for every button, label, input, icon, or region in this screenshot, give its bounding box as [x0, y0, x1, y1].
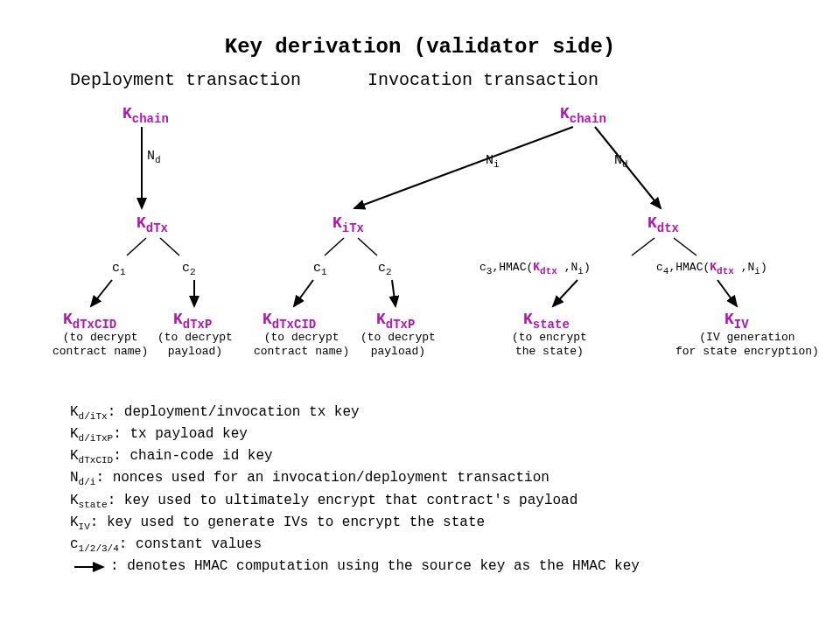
desc-kdtxp-right: (to decryptpayload) — [360, 331, 436, 360]
edge-label-Nd-right: Nd — [614, 153, 628, 170]
svg-line-8 — [358, 238, 377, 256]
desc-kdtxp-left: (to decryptpayload) — [158, 331, 233, 360]
subtitle-invocation: Invocation transaction — [368, 70, 598, 90]
node-kdtxcid-right: KdTxCID — [262, 311, 316, 332]
legend-kdtxcid: KdTxCID: chain-code id key — [70, 446, 640, 468]
desc-kiv: (IV generationfor state encryption) — [676, 331, 819, 360]
edge-label-c3-hmac: c3,HMAC(Kdtx ,Ni) — [480, 261, 591, 276]
legend-ndi: Nd/i: nonces used for an invocation/depl… — [70, 468, 640, 490]
legend-arrow-desc: : denotes HMAC computation using the sou… — [70, 556, 640, 577]
legend-kstate: Kstate: key used to ultimately encrypt t… — [70, 491, 640, 513]
legend-kditx: Kd/iTx: deployment/invocation tx key — [70, 402, 640, 424]
svg-line-2 — [160, 238, 179, 256]
svg-line-9 — [294, 280, 313, 306]
desc-kstate: (to encryptthe state) — [512, 331, 587, 360]
svg-line-13 — [553, 280, 578, 306]
node-kdtx-right: Kdtx — [648, 214, 679, 235]
edge-label-c2-right: c2 — [378, 261, 392, 277]
node-kdtxp-right: KdTxP — [376, 311, 415, 332]
edge-label-Nd-left: Nd — [147, 149, 161, 165]
legend-c1234: c1/2/3/4: constant values — [70, 535, 640, 556]
desc-kdtxcid-left: (to decryptcontract name) — [52, 331, 148, 360]
legend-kditxp: Kd/iTxP: tx payload key — [70, 424, 640, 446]
svg-line-11 — [632, 238, 654, 256]
edge-label-c2-left: c2 — [182, 261, 196, 277]
svg-line-3 — [91, 280, 112, 306]
edge-label-c1-right: c1 — [313, 261, 327, 277]
svg-line-5 — [354, 127, 573, 208]
edge-label-c4-hmac: c4,HMAC(Kdtx ,Ni) — [656, 261, 767, 276]
node-kchain-right: Kchain — [560, 105, 606, 126]
svg-line-12 — [674, 238, 696, 256]
node-kdtxp-left: KdTxP — [173, 311, 212, 332]
legend: Kd/iTx: deployment/invocation tx key Kd/… — [70, 402, 640, 577]
legend-kiv: KIV: key used to generate IVs to encrypt… — [70, 513, 640, 535]
node-kchain-left: Kchain — [122, 105, 169, 126]
desc-kdtxcid-right: (to decryptcontract name) — [254, 331, 349, 360]
svg-line-7 — [325, 238, 344, 256]
node-kdtx-left: KdTx — [136, 214, 168, 235]
edge-label-c1-left: c1 — [112, 261, 126, 277]
subtitle-deployment: Deployment transaction — [70, 70, 301, 90]
node-kstate: Kstate — [523, 311, 570, 332]
node-kitx: KiTx — [332, 214, 364, 235]
svg-line-10 — [392, 280, 396, 306]
svg-line-1 — [127, 238, 146, 256]
node-kiv: KIV — [724, 311, 749, 332]
svg-line-14 — [718, 280, 737, 306]
edge-label-Ni: Ni — [486, 153, 500, 170]
page-title: Key derivation (validator side) — [0, 35, 840, 59]
node-kdtxcid-left: KdTxCID — [63, 311, 116, 332]
